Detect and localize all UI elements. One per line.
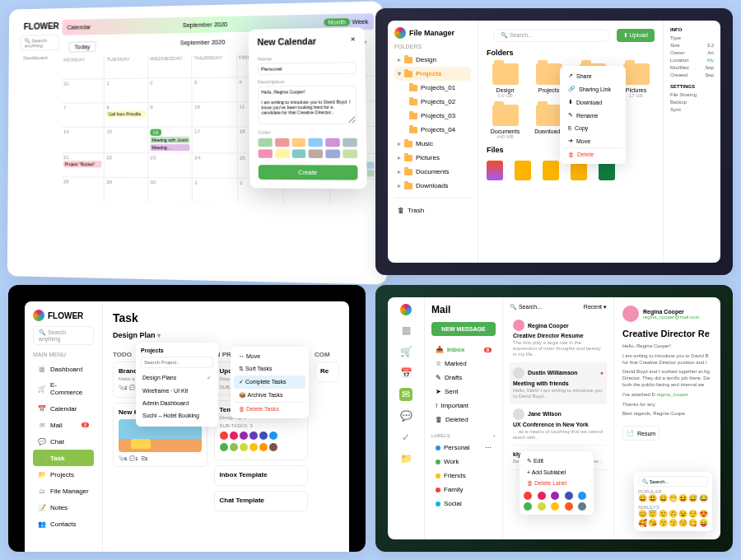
new-message-button[interactable]: NEW MESSAGE xyxy=(431,322,496,336)
file-sketch[interactable] xyxy=(515,161,531,180)
sidebar-item-dashboard[interactable]: Dashboard xyxy=(21,54,59,63)
calendar-app: FLOWER 🔍 Search anything Dashboard Calen… xyxy=(7,1,387,284)
tree-design[interactable]: ▸Design xyxy=(394,53,471,67)
rail-dashboard-icon[interactable]: ▦ xyxy=(399,324,412,337)
create-button[interactable]: Create xyxy=(259,165,358,180)
tree-projects[interactable]: ▾Projects xyxy=(394,67,471,81)
mail-app: ▦ 🛒 📅 ✉ 💬 ✓ 📁 Mail NEW MESSAGE 📥 Inbox8 … xyxy=(375,285,733,552)
folder-tree: File Manager FOLDERS ▸Design ▾Projects P… xyxy=(388,21,478,263)
brand-logo: File Manager xyxy=(394,27,471,39)
brand-logo: FLOWER xyxy=(21,20,59,32)
tab-calendar[interactable]: Calendar xyxy=(67,24,91,30)
page-title: Mail xyxy=(431,304,496,315)
message-item[interactable]: Regina Cooper Creative Director Resume T… xyxy=(510,315,607,363)
sort-dropdown[interactable]: Recent ▾ xyxy=(584,304,607,310)
folder-card[interactable]: Design5.0 GB xyxy=(487,63,524,98)
rail-mail-icon[interactable]: ✉ xyxy=(399,388,412,401)
file-figma[interactable] xyxy=(487,161,503,180)
emoji-grid[interactable]: 😀😃😄😁😆😅😂 xyxy=(638,494,708,502)
emoji-search[interactable]: 🔍 Search... xyxy=(638,476,708,487)
emoji-picker: 🔍 Search... POPULAR 😀😃😄😁😆😅😂 SMILEYS 😊😇🙂🙃… xyxy=(634,472,712,531)
search-input[interactable]: 🔍 Search anything xyxy=(33,326,94,345)
name-input[interactable] xyxy=(258,62,357,75)
sidebar-item-dashboard[interactable]: ▦Dashboard xyxy=(33,361,94,377)
task-actions-dropdown: ↔ Move ⇅ Sort Tasks ✓ Complete Tasks 📦 A… xyxy=(231,347,309,418)
today-button[interactable]: Today xyxy=(68,41,96,53)
project-search[interactable] xyxy=(141,357,213,368)
label-context-menu: ✎ Edit + Add Sublabel 🗑 Delete Label xyxy=(520,451,594,515)
brand-logo-icon xyxy=(400,304,412,315)
mail-folders: Mail NEW MESSAGE 📥 Inbox8 ☆ Marked ✎ Dra… xyxy=(425,297,503,539)
info-panel: INFO Type Size3.2 OwnerArt LocationMy Mo… xyxy=(663,21,720,263)
sidebar: FLOWER 🔍 Search anything Dashboard xyxy=(16,16,62,201)
project-dropdown: Projects Design Plans✓ Wireframe · UI Ki… xyxy=(136,343,218,427)
folder-inbox[interactable]: 📥 Inbox8 xyxy=(431,343,496,357)
search-input[interactable]: 🔍 Search... xyxy=(510,304,542,310)
task-app: FLOWER 🔍 Search anything MAIN MENU ▦Dash… xyxy=(8,285,366,552)
app-rail: ▦ 🛒 📅 ✉ 💬 ✓ 📁 xyxy=(388,297,425,539)
trash[interactable]: 🗑 Trash xyxy=(394,203,471,217)
context-menu: ↗ Share 🔗 Sharing Link ⬇ Download ✎ Rena… xyxy=(560,66,626,164)
description-input[interactable]: Hello, Regina Cooper! I am writing to in… xyxy=(258,85,357,124)
view-month[interactable]: Month xyxy=(324,18,350,26)
search-input[interactable]: 🔍 Search... xyxy=(493,29,610,42)
new-calendar-modal: New Calendar✕ Name DescriptionHello, Reg… xyxy=(249,27,367,189)
sidebar-item-task[interactable]: ✓Task xyxy=(33,450,94,466)
view-week[interactable]: Week xyxy=(352,19,369,26)
color-picker[interactable] xyxy=(259,138,358,158)
close-icon[interactable]: ✕ xyxy=(350,36,356,51)
add-label-icon[interactable]: + xyxy=(492,433,496,438)
sidebar: FLOWER 🔍 Search anything MAIN MENU ▦Dash… xyxy=(25,301,103,552)
search-input[interactable]: 🔍 Search anything xyxy=(21,35,59,51)
plan-selector[interactable]: Design Plan ▾ xyxy=(113,331,339,339)
ctx-share[interactable]: ↗ Share xyxy=(563,69,622,82)
file-manager-app: File Manager FOLDERS ▸Design ▾Projects P… xyxy=(375,8,733,275)
upload-button[interactable]: ⬆ Upload xyxy=(617,29,655,42)
mail-subject: Creative Director Re xyxy=(622,329,712,338)
page-title: Task xyxy=(113,311,339,324)
ctx-delete[interactable]: 🗑 Delete xyxy=(563,147,622,161)
